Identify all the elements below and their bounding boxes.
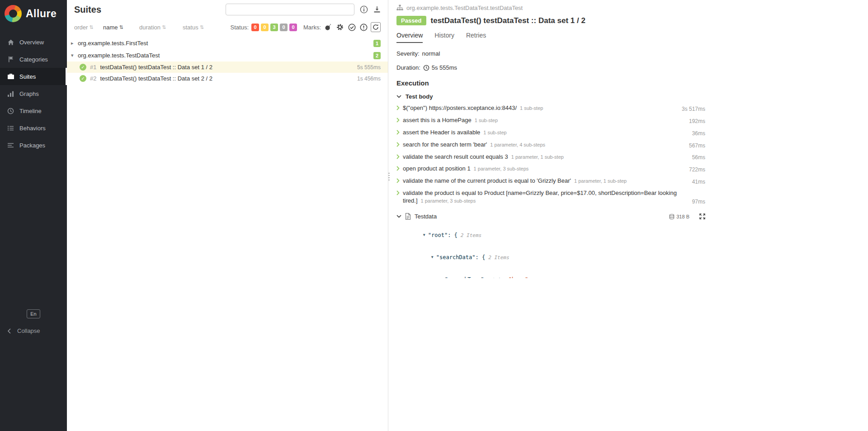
test-row[interactable]: ✓ #2 testDataTest() testDataTest :: Data…: [67, 73, 388, 84]
status-filter-label: Status:: [231, 24, 249, 31]
chevron-right-icon: [396, 189, 400, 205]
sidebar-item-graphs[interactable]: Graphs: [0, 85, 67, 102]
tab-history[interactable]: History: [434, 32, 454, 43]
test-fullname-row: org.example.tests.TestDataTest.testDataT…: [396, 4, 705, 12]
chevron-right-icon: [396, 104, 400, 112]
search-input[interactable]: [226, 4, 354, 15]
status-badge-failed[interactable]: 0: [251, 24, 259, 31]
sidebar: Allure Overview Categories Suites Graphs…: [0, 0, 67, 431]
clock-icon: [7, 108, 14, 114]
gear-icon: [336, 24, 344, 31]
status-badge-skipped[interactable]: 0: [280, 24, 288, 31]
status-badge-broken[interactable]: 0: [261, 24, 269, 31]
expand-icon: [699, 213, 705, 219]
step-duration: 192ms: [689, 118, 705, 124]
sidebar-item-label: Categories: [19, 56, 48, 63]
sort-column-name[interactable]: name ⇅: [103, 24, 132, 31]
sort-icon: ⇅: [200, 24, 204, 30]
suites-tree: ▸ org.example.tests.FirstTest 1 ▾ org.ex…: [67, 37, 388, 84]
chevron-down-icon[interactable]: ▼: [431, 254, 436, 261]
sidebar-item-suites[interactable]: Suites: [0, 68, 67, 85]
test-body-toggle[interactable]: Test body: [396, 93, 705, 100]
test-duration: 5s 555ms: [357, 64, 381, 71]
sort-column-status[interactable]: status ⇅: [183, 24, 204, 31]
testdata-json-viewer[interactable]: ▼"root": {2 Items ▼"searchData": {2 Item…: [396, 224, 705, 278]
step-row[interactable]: validate the product is equal to Product…: [396, 187, 705, 207]
tab-overview[interactable]: Overview: [396, 32, 423, 43]
sidebar-item-packages[interactable]: Packages: [0, 137, 67, 154]
test-order: #2: [90, 75, 96, 82]
step-row[interactable]: assert the Header is available1 sub-step…: [396, 127, 705, 139]
chevron-right-icon: [396, 165, 400, 173]
retry-icon: [373, 24, 379, 30]
language-button[interactable]: En: [27, 309, 40, 318]
sidebar-item-label: Graphs: [19, 90, 39, 97]
allure-logo-icon: [5, 5, 22, 22]
step-row[interactable]: search for the search term 'bear'1 param…: [396, 139, 705, 151]
status-badge-unknown[interactable]: 0: [289, 24, 297, 31]
test-title-row: Passed testDataTest() testDataTest :: Da…: [396, 16, 705, 25]
test-row[interactable]: ✓ #1 testDataTest() testDataTest :: Data…: [67, 62, 388, 73]
info-button[interactable]: [360, 5, 368, 14]
severity-label: Severity:: [396, 50, 420, 57]
sort-column-duration[interactable]: duration ⇅: [139, 24, 175, 31]
tab-retries[interactable]: Retries: [466, 32, 486, 43]
json-node: "searchTerm":string"bear": [396, 269, 705, 278]
step-duration: 41ms: [692, 179, 705, 185]
download-icon: [373, 6, 381, 13]
sidebar-item-overview[interactable]: Overview: [0, 33, 67, 51]
test-fullname: org.example.tests.TestDataTest.testDataT…: [406, 5, 523, 11]
group-name: org.example.tests.FirstTest: [78, 40, 148, 47]
chevron-down-icon[interactable]: ▼: [423, 232, 428, 239]
clock-icon: [423, 65, 429, 71]
chevron-down-icon: [396, 215, 401, 218]
known-issue-mark-button[interactable]: [359, 23, 368, 32]
retries-mark-button[interactable]: [371, 22, 381, 32]
tree-group-firsttest[interactable]: ▸ org.example.tests.FirstTest 1: [67, 37, 388, 49]
chevron-right-icon: [396, 117, 400, 124]
chevron-right-icon: [396, 177, 400, 185]
flaky-mark-button[interactable]: [324, 23, 333, 32]
status-filter-group: Status: 0 0 3 0 0: [231, 24, 297, 31]
step-row[interactable]: validate the name of the current product…: [396, 175, 705, 187]
sidebar-item-categories[interactable]: Categories: [0, 51, 67, 68]
passed-check-icon: ✓: [80, 64, 86, 71]
step-duration: 56ms: [692, 154, 705, 161]
test-title: testDataTest() testDataTest :: Data set …: [431, 16, 585, 25]
step-duration: 722ms: [689, 166, 705, 173]
drag-grip-icon: [388, 173, 390, 180]
flag-icon: [7, 56, 14, 62]
fixed-mark-button[interactable]: [347, 23, 356, 32]
chevron-down-icon: ▾: [71, 52, 78, 58]
duration-label: Duration:: [396, 64, 420, 71]
allure-logo[interactable]: Allure: [0, 0, 67, 27]
sidebar-item-timeline[interactable]: Timeline: [0, 102, 67, 119]
new-mark-button[interactable]: [335, 23, 344, 32]
step-row[interactable]: assert this is a HomePage1 sub-step 192m…: [396, 114, 705, 127]
severity-row: Severity: normal: [396, 50, 705, 57]
sidebar-item-behaviors[interactable]: Behaviors: [0, 119, 67, 137]
step-row[interactable]: validate the search result count equals …: [396, 151, 705, 163]
align-left-icon: [7, 142, 14, 148]
chevron-left-icon: [7, 328, 11, 334]
collapse-button[interactable]: Collapse: [0, 325, 67, 337]
detail-tabs: Overview History Retries: [396, 32, 705, 43]
execution-heading: Execution: [396, 79, 705, 87]
group-count-badge: 2: [373, 52, 381, 59]
tree-group-testdatatest[interactable]: ▾ org.example.tests.TestDataTest 2: [67, 49, 388, 62]
sitemap-icon: [396, 5, 403, 11]
status-badge-passed[interactable]: 3: [270, 24, 278, 31]
sidebar-bottom: En Collapse: [0, 309, 67, 337]
step-row[interactable]: $("open") https://posters.xceptance.io:8…: [396, 102, 705, 114]
step-row[interactable]: open product at position 11 parameter, 3…: [396, 163, 705, 175]
download-button[interactable]: [373, 6, 381, 13]
test-body-label: Test body: [406, 93, 433, 100]
attachment-size: 318 B: [669, 214, 689, 219]
suites-header: Suites: [67, 3, 388, 16]
fullscreen-button[interactable]: [699, 213, 705, 219]
panel-splitter[interactable]: [388, 0, 390, 431]
page-title: Suites: [74, 5, 101, 15]
attachment-row[interactable]: Testdata 318 B: [396, 213, 705, 220]
sort-icon: ⇅: [89, 24, 93, 30]
sort-column-order[interactable]: order ⇅: [74, 24, 99, 31]
